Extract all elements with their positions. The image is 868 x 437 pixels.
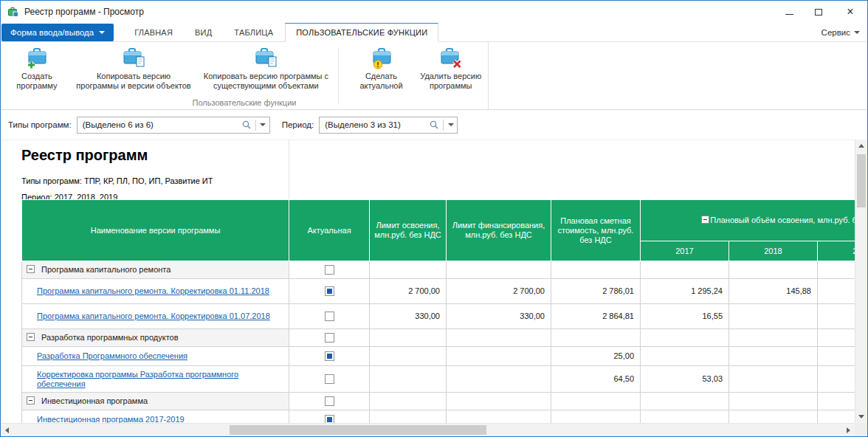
value-cell: 2 864,81 [551, 304, 641, 329]
program-types-filter[interactable]: (Выделено 6 из 6) [77, 117, 270, 134]
program-version-link[interactable]: Программа капитального ремонта. Корректи… [37, 312, 270, 320]
horizontal-scrollbar-thumb[interactable] [230, 425, 486, 435]
actual-cell [289, 410, 370, 424]
close-button[interactable]: × [833, 1, 867, 23]
scroll-down-button[interactable] [855, 410, 867, 423]
name-cell: Программа капитального ремонта. Корректи… [22, 279, 289, 304]
app-icon [7, 6, 19, 18]
tab-glavnaya[interactable]: ГЛАВНАЯ [124, 23, 183, 41]
table-row: Разработка Программного обеспечения 25,0… [22, 347, 855, 366]
horizontal-scrollbar[interactable] [1, 423, 855, 436]
combo-separator [443, 120, 444, 131]
chevron-down-icon [854, 31, 860, 34]
value-cell: 2 786,01 [551, 279, 641, 304]
ribbon-divider [338, 47, 339, 105]
vertical-scrollbar[interactable] [855, 140, 867, 423]
report-pane: Реестр программ Типы программ: ТПР, КР, … [1, 140, 855, 423]
actual-checkbox[interactable] [325, 286, 334, 296]
chevron-down-icon[interactable] [444, 123, 457, 126]
value-cell [641, 261, 729, 279]
actual-checkbox[interactable] [325, 396, 334, 406]
group-cell[interactable]: Разработка программных продуктов [22, 329, 289, 347]
scroll-left-button[interactable] [1, 424, 13, 436]
value-cell [447, 347, 551, 366]
button-label: Копировать версию программы и версии объ… [76, 72, 191, 91]
value-cell [551, 410, 641, 424]
actual-checkbox[interactable] [325, 333, 334, 343]
value-cell [818, 329, 855, 347]
column-header-planned-cost: Плановая сметная стоимость, млн.руб. без… [551, 200, 641, 261]
tab-tablitsa[interactable]: ТАБЛИЦА [224, 23, 283, 41]
tab-polzovatelskie-funktsii[interactable]: ПОЛЬЗОВАТЕЛЬСКИЕ ФУНКЦИИ [285, 23, 438, 42]
create-program-button[interactable]: Создать программу [7, 46, 67, 91]
collapse-icon[interactable] [27, 396, 35, 405]
period-filter[interactable]: (Выделено 3 из 31) [319, 117, 458, 134]
delete-program-version-button[interactable]: Удалить версию программы [414, 46, 488, 91]
group-cell[interactable]: Инвестиционная программа [22, 393, 289, 410]
io-form-menu-button[interactable]: Форма ввода/вывода [1, 24, 114, 41]
collapse-icon[interactable] [27, 333, 35, 341]
actual-checkbox[interactable] [325, 415, 334, 423]
briefcase-copy-icon [122, 46, 145, 69]
column-header-2019: 2019 [818, 241, 855, 261]
collapse-group-icon[interactable] [701, 216, 709, 224]
value-cell: 53,03 [641, 366, 729, 393]
minimize-button[interactable] [774, 1, 804, 23]
scroll-up-button[interactable] [855, 140, 867, 152]
group-name: Программа капитального ремонта [41, 265, 170, 274]
value-cell: 2 700,00 [447, 279, 551, 304]
copy-program-version-button[interactable]: Копировать версию программы и версии объ… [76, 46, 191, 91]
service-label: Сервис [822, 28, 850, 37]
actual-cell [289, 366, 370, 393]
actual-checkbox[interactable] [325, 351, 334, 361]
program-version-link[interactable]: Инвестиционная программа 2017-2019 [37, 415, 185, 423]
service-menu[interactable]: Сервис [822, 23, 860, 42]
maximize-button[interactable] [804, 1, 833, 23]
value-cell [447, 366, 551, 393]
value-cell: 64,50 [551, 366, 641, 393]
chevron-down-icon[interactable] [257, 123, 269, 126]
search-icon[interactable] [426, 120, 442, 130]
actual-checkbox[interactable] [325, 265, 334, 275]
table-row: Корректировка программы Разработка прогр… [22, 366, 855, 393]
value-cell: 330,00 [447, 304, 551, 329]
ribbon-group-user-functions: Создать программу Копировать версию прог… [1, 42, 489, 109]
search-icon[interactable] [238, 120, 255, 130]
program-version-link[interactable]: Корректировка программы Разработка прогр… [37, 370, 238, 388]
program-version-link[interactable]: Разработка Программного обеспечения [37, 351, 187, 360]
collapse-icon[interactable] [27, 265, 35, 273]
planned-volume-label: Плановый объём освоения, млн.руб. без [710, 216, 855, 224]
group-name: Инвестиционная программа [41, 396, 148, 405]
period-value: (Выделено 3 из 31) [320, 120, 426, 129]
value-cell [551, 393, 641, 410]
vertical-scrollbar-thumb[interactable] [857, 154, 866, 207]
value-cell [551, 329, 641, 347]
value-cell [551, 261, 641, 279]
make-actual-button[interactable]: Сделать актуальной [352, 46, 411, 91]
triangle-up-icon [858, 144, 864, 148]
value-cell [729, 261, 818, 279]
value-cell [447, 410, 551, 424]
value-cell: 16,55 [641, 304, 729, 329]
copy-program-version-existing-objects-button[interactable]: Копировать версию программы с существующ… [199, 46, 333, 91]
period-label: Период: [282, 120, 314, 129]
triangle-left-icon [5, 427, 9, 433]
report-title: Реестр программ [21, 147, 148, 164]
briefcase-add-icon [25, 46, 49, 69]
value-cell [447, 393, 551, 410]
column-header-limit-absorption: Лимит освоения, млн.руб. без НДС [370, 200, 447, 261]
value-cell: 330,00 [370, 304, 447, 329]
combo-separator [255, 120, 256, 131]
table-group-row: Разработка программных продуктов [22, 329, 855, 347]
tab-vid[interactable]: ВИД [185, 23, 222, 41]
name-cell: Инвестиционная программа 2017-2019 [22, 410, 289, 424]
actual-checkbox[interactable] [325, 312, 334, 321]
actual-checkbox[interactable] [325, 374, 334, 384]
scroll-right-button[interactable] [842, 424, 855, 436]
program-version-link[interactable]: Программа капитального ремонта. Корректи… [37, 286, 269, 295]
column-header-limit-financing: Лимит финансирования, млн.руб. без НДС [447, 200, 551, 261]
column-header-planned-volume: Плановый объём освоения, млн.руб. без [641, 200, 855, 241]
value-cell [370, 410, 447, 424]
app-window: Реестр программ - Просмотр × Форма ввода… [0, 0, 868, 437]
group-cell[interactable]: Программа капитального ремонта [22, 261, 289, 279]
